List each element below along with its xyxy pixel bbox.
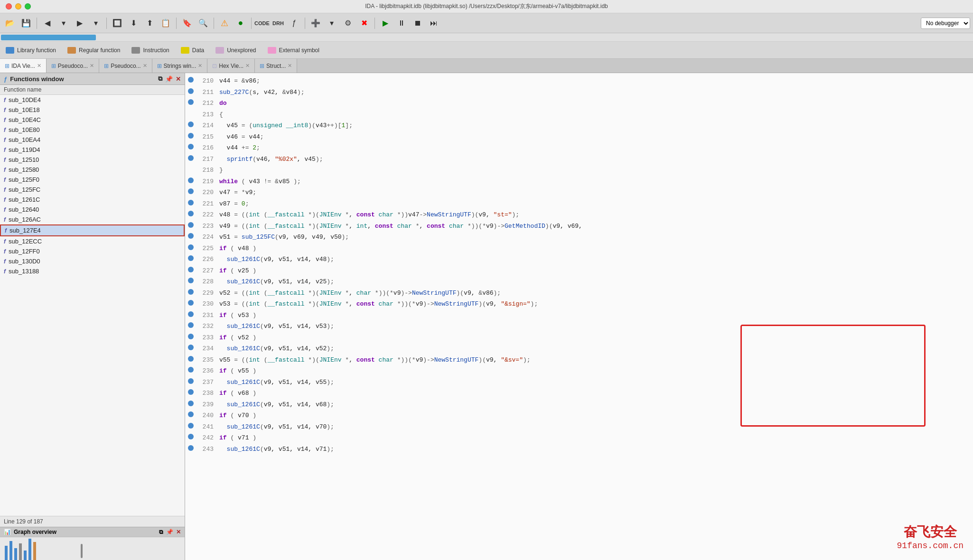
debugger-selector[interactable]: No debugger: [921, 18, 970, 29]
functions-panel: ƒ Functions window ⧉ 📌 ✕ Function name f…: [0, 73, 185, 560]
code-text: if ( v68 ): [219, 389, 256, 398]
function-button[interactable]: ƒ: [287, 16, 301, 30]
fn-item-sub126AC[interactable]: f sub_126AC: [0, 215, 185, 224]
fn-item-sub12510[interactable]: f sub_12510: [0, 155, 185, 165]
forward-dropdown[interactable]: ▾: [89, 16, 103, 30]
functions-pin-icon[interactable]: 📌: [165, 75, 173, 83]
graph-maximize-icon[interactable]: ⧉: [159, 529, 163, 535]
fn-label: sub_12640: [9, 206, 39, 213]
tab-struct[interactable]: ⊞ Struct... ✕: [255, 59, 297, 73]
fn-item-sub13188[interactable]: f sub_13188: [0, 266, 185, 276]
line-num: 229: [196, 289, 214, 298]
functions-list[interactable]: f sub_10DE4 f sub_10E18 f sub_10E4C f su…: [0, 95, 185, 516]
fn-item-sub10E80[interactable]: f sub_10E80: [0, 125, 185, 135]
fn-item-sub10DE4[interactable]: f sub_10DE4: [0, 95, 185, 105]
code-text: if ( v48 ): [219, 244, 256, 253]
fn-item-sub125FC[interactable]: f sub_125FC: [0, 185, 185, 195]
functions-maximize-icon[interactable]: ⧉: [158, 75, 162, 83]
graph-bar-4: [19, 543, 22, 560]
titlebar: IDA - libjdbitmapkit.idb (libjdbitmapkit…: [0, 0, 973, 13]
code-area[interactable]: 210 v44 = &v86; 211 sub_227C(s, v42, &v8…: [185, 73, 973, 560]
back-button[interactable]: ◀: [40, 16, 55, 30]
add-dropdown[interactable]: ▾: [325, 16, 339, 30]
delete-button[interactable]: ✖: [357, 16, 371, 30]
fn-item-sub12640[interactable]: f sub_12640: [0, 205, 185, 215]
line-num: 227: [196, 266, 214, 276]
fn-icon: f: [4, 248, 6, 255]
tab-ida-view[interactable]: ⊞ IDA Vie... ✕: [0, 59, 47, 73]
fn-label: sub_12510: [9, 156, 39, 163]
tab-hex[interactable]: ⊡ Hex Vie... ✕: [207, 59, 255, 73]
forward-button[interactable]: ▶: [73, 16, 87, 30]
code-line-212: 212 do: [185, 97, 973, 109]
functions-close-icon[interactable]: ✕: [176, 75, 181, 83]
graph-pin-icon[interactable]: 📌: [166, 529, 173, 535]
code-button[interactable]: CODE: [255, 16, 269, 30]
jump-button[interactable]: 🔖: [180, 16, 194, 30]
debugger-select[interactable]: No debugger: [921, 18, 970, 29]
code-text: v46 = v44;: [219, 132, 264, 142]
fn-item-sub130D0[interactable]: f sub_130D0: [0, 256, 185, 266]
fn-item-sub127E4[interactable]: f sub_127E4: [0, 224, 185, 236]
maximize-button[interactable]: [25, 3, 31, 9]
stop-button[interactable]: ⏹: [411, 16, 425, 30]
settings-button[interactable]: ⚙: [341, 16, 355, 30]
run-button[interactable]: ●: [234, 16, 248, 30]
fn-item-sub12580[interactable]: f sub_12580: [0, 165, 185, 175]
code-text: sub_1261C(v9, v51, v14, v52);: [219, 344, 334, 354]
step-button[interactable]: ⏭: [427, 16, 441, 30]
minimize-button[interactable]: [15, 3, 21, 9]
tab-pseudo1-close[interactable]: ✕: [90, 63, 94, 69]
fn-item-sub12ECC[interactable]: f sub_12ECC: [0, 236, 185, 246]
line-dot: [188, 401, 194, 406]
new-file-button[interactable]: 📂: [3, 16, 17, 30]
code-line-228: 228 sub_1261C(v9, v51, v14, v25);: [185, 276, 973, 287]
data-button[interactable]: DRH: [271, 16, 285, 30]
tab-struct-close[interactable]: ✕: [288, 63, 292, 69]
toolbar-separator-4: [214, 18, 214, 29]
search-button[interactable]: 🔍: [196, 16, 210, 30]
legend-regular: Regular function: [67, 47, 120, 54]
pause-button[interactable]: ⏸: [394, 16, 409, 30]
fn-item-sub10E18[interactable]: f sub_10E18: [0, 105, 185, 115]
code-line-230: 230 v53 = ((int (__fastcall *)(JNIEnv *,…: [185, 298, 973, 309]
legend-data-color: [181, 47, 189, 54]
tab-strings-close[interactable]: ✕: [198, 63, 202, 69]
names-button[interactable]: 📋: [159, 16, 173, 30]
fn-item-sub119D4[interactable]: f sub_119D4: [0, 145, 185, 155]
line-num: 216: [196, 143, 214, 153]
tab-pseudo2-close[interactable]: ✕: [143, 63, 147, 69]
tab-pseudo2[interactable]: ⊞ Pseudoco... ✕: [99, 59, 152, 73]
tab-pseudo1[interactable]: ⊞ Pseudoco... ✕: [47, 59, 99, 73]
code-line-233: 233 if ( v52 ): [185, 332, 973, 343]
code-line-235: 235 v55 = ((int (__fastcall *)(JNIEnv *,…: [185, 354, 973, 365]
back-dropdown[interactable]: ▾: [56, 16, 71, 30]
play-button[interactable]: ▶: [378, 16, 393, 30]
tab-ida-close[interactable]: ✕: [37, 63, 41, 69]
hex-view-button[interactable]: 🔲: [110, 16, 124, 30]
fn-icon: f: [4, 238, 6, 245]
code-line-237: 237 sub_1261C(v9, v51, v14, v55);: [185, 376, 973, 388]
line-dot: [188, 356, 194, 362]
graph-close-icon[interactable]: ✕: [176, 529, 181, 535]
fn-item-sub10EA4[interactable]: f sub_10EA4: [0, 135, 185, 145]
fn-item-sub12FF0[interactable]: f sub_12FF0: [0, 246, 185, 256]
code-line-231: 231 if ( v53 ): [185, 309, 973, 321]
save-button[interactable]: 💾: [19, 16, 33, 30]
code-text: v52 = ((int (__fastcall *)(JNIEnv *, cha…: [219, 289, 501, 298]
tab-strings[interactable]: ⊞ Strings win... ✕: [152, 59, 208, 73]
line-num: 232: [196, 322, 214, 331]
fn-icon: f: [4, 107, 6, 113]
fn-item-sub1261C[interactable]: f sub_1261C: [0, 195, 185, 205]
tab-struct-label: Struct...: [266, 63, 286, 69]
add-button[interactable]: ➕: [309, 16, 323, 30]
tab-hex-close[interactable]: ✕: [245, 63, 250, 69]
exports-button[interactable]: ⬆: [142, 16, 157, 30]
imports-button[interactable]: ⬇: [126, 16, 140, 30]
fn-item-sub125F0[interactable]: f sub_125F0: [0, 175, 185, 185]
line-num: 236: [196, 366, 214, 376]
warning-icon[interactable]: ⚠: [217, 16, 232, 30]
fn-item-sub10E4C[interactable]: f sub_10E4C: [0, 115, 185, 125]
line-num: 240: [196, 411, 214, 420]
close-button[interactable]: [6, 3, 12, 9]
